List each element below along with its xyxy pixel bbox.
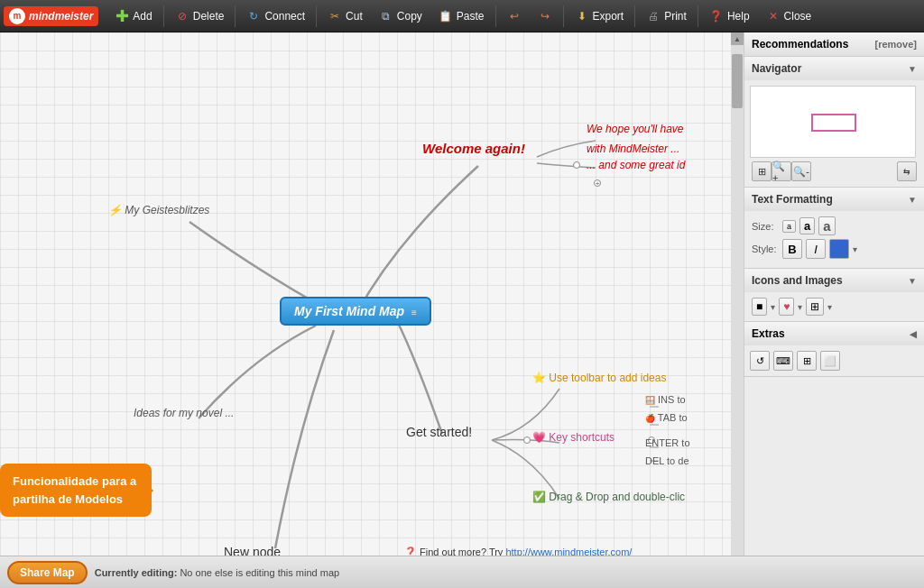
print-label: Print: [664, 10, 687, 23]
tf-large-btn[interactable]: a: [818, 216, 835, 235]
extras-export-btn[interactable]: ⬜: [820, 351, 840, 371]
nav-fit-btn[interactable]: ⊞: [752, 161, 772, 181]
text-formatting-header[interactable]: Text Formatting ▼: [744, 188, 924, 211]
ii-image-arrow[interactable]: ▾: [827, 302, 832, 312]
icons-images-label: Icons and Images: [752, 274, 843, 287]
recommendations-label: Recommendations: [752, 38, 848, 51]
copy-icon: ⧉: [379, 9, 393, 23]
ii-image-btn[interactable]: ⊞: [806, 298, 824, 316]
tab-node: 🍎 TAB to: [645, 412, 688, 423]
editing-label-text: Currently editing:: [95, 567, 178, 578]
cut-icon: ✂: [328, 9, 342, 23]
right-panel: Recommendations [remove] Navigator ▼ ⊞ 🔍…: [744, 32, 924, 588]
navigator-header[interactable]: Navigator ▼: [744, 57, 924, 80]
redo-button[interactable]: ↪: [531, 5, 559, 27]
tf-size-label: Size:: [752, 221, 779, 232]
paste-button[interactable]: 📋 Paste: [431, 5, 492, 27]
ii-heart-arrow[interactable]: ▾: [798, 302, 802, 312]
add-button[interactable]: ✚ Add: [107, 5, 159, 27]
toolbar: m mindmeister ✚ Add ⊘ Delete ↻ Connect ✂…: [0, 0, 924, 32]
geist-node[interactable]: ⚡ My Geistesblitzes: [108, 204, 209, 216]
undo-icon: ↩: [507, 9, 522, 23]
undo-button[interactable]: ↩: [500, 5, 529, 27]
del-node: DEL to de: [645, 455, 689, 466]
ii-heart-btn[interactable]: ♥: [779, 298, 794, 316]
hope2-node[interactable]: with MindMeister ...: [587, 142, 679, 155]
separator3: [316, 5, 317, 27]
tf-color-btn[interactable]: [829, 239, 849, 259]
separator2: [235, 5, 236, 27]
recommendations-header: Recommendations [remove]: [744, 32, 924, 56]
delete-button[interactable]: ⊘ Delete: [168, 5, 232, 27]
enter-node: ENTER to: [645, 437, 690, 448]
connect-icon: ↻: [246, 9, 261, 23]
tf-bold-btn[interactable]: B: [782, 239, 802, 259]
center-node-icon: ≡: [411, 308, 417, 317]
icons-images-section: Icons and Images ▼ ■ ▾ ♥ ▾ ⊞ ▾: [744, 269, 924, 322]
ii-shape-arrow[interactable]: ▾: [771, 302, 775, 312]
connector-circle-started: [523, 436, 531, 444]
center-node[interactable]: My First Mind Map ≡: [280, 297, 431, 326]
close-button[interactable]: ✕ Close: [759, 5, 819, 27]
scroll-track[interactable]: [731, 45, 744, 575]
shortcuts-node[interactable]: 💗 Key shortcuts: [532, 431, 614, 444]
extras-header[interactable]: Extras ◀: [744, 322, 924, 345]
paste-icon: 📋: [439, 9, 453, 23]
paste-label: Paste: [457, 10, 485, 23]
icons-images-header[interactable]: Icons and Images ▼: [744, 269, 924, 292]
hope-node[interactable]: We hope you'll have: [587, 123, 683, 135]
tf-color-arrow[interactable]: ▾: [853, 244, 857, 254]
welcome-node[interactable]: Welcome again!: [422, 141, 525, 156]
nav-preview[interactable]: [750, 86, 916, 158]
mind-map-canvas[interactable]: My First Mind Map ≡ Welcome again! + We …: [0, 32, 731, 588]
tf-italic-btn[interactable]: I: [806, 239, 826, 259]
ins-node: 🪟 INS to: [645, 394, 686, 405]
copy-button[interactable]: ⧉ Copy: [372, 5, 430, 27]
tf-size-row: Size: a a a: [752, 216, 917, 235]
started-node[interactable]: Get started!: [406, 425, 472, 439]
extras-label: Extras: [752, 327, 785, 340]
ideas-node[interactable]: Ideas for my novel ...: [134, 407, 234, 419]
nav-viewport-rect: [811, 114, 856, 132]
cut-label: Cut: [346, 10, 363, 23]
nav-zoom-out-btn[interactable]: 🔍-: [791, 161, 811, 181]
scroll-thumb[interactable]: [732, 54, 743, 108]
separator5: [563, 5, 564, 27]
great-node[interactable]: ... and some great id: [587, 159, 685, 171]
export-button[interactable]: ⬇ Export: [568, 5, 632, 27]
extras-keyboard-btn[interactable]: ⌨: [773, 351, 793, 371]
separator7: [698, 5, 698, 27]
delete-label: Delete: [193, 10, 225, 23]
extras-content: ↺ ⌨ ⊞ ⬜: [744, 345, 924, 376]
close-label: Close: [784, 10, 812, 23]
separator6: [634, 5, 635, 27]
share-map-button[interactable]: Share Map: [7, 561, 88, 584]
tf-medium-btn[interactable]: a: [799, 217, 815, 234]
extras-history-btn[interactable]: ↺: [750, 351, 770, 371]
ii-shape-btn[interactable]: ■: [752, 298, 767, 316]
print-button[interactable]: 🖨 Print: [639, 5, 694, 27]
main-area: My First Mind Map ≡ Welcome again! + We …: [0, 32, 924, 588]
navigator-label: Navigator: [752, 62, 801, 75]
connect-label: Connect: [264, 10, 305, 23]
tf-small-btn[interactable]: a: [782, 220, 796, 233]
redo-icon: ↪: [538, 9, 552, 23]
ii-arrow: ▼: [908, 276, 917, 286]
cut-button[interactable]: ✂ Cut: [320, 5, 370, 27]
extras-grid-btn[interactable]: ⊞: [797, 351, 817, 371]
connector-circle-plus: +: [594, 179, 601, 187]
export-label: Export: [593, 10, 624, 23]
tf-style-label: Style:: [752, 243, 779, 254]
connect-button[interactable]: ↻ Connect: [239, 5, 312, 27]
separator4: [495, 5, 496, 27]
editing-status-text: No one else is editing this mind map: [180, 567, 339, 578]
scroll-up-btn[interactable]: ▲: [731, 32, 744, 45]
remove-link[interactable]: [remove]: [875, 39, 917, 50]
extras-arrow[interactable]: ◀: [910, 329, 917, 339]
copy-label: Copy: [397, 10, 422, 23]
nav-reset-btn[interactable]: ⇆: [897, 161, 917, 181]
vertical-scrollbar[interactable]: ▲ ▼: [731, 32, 744, 588]
export-icon: ⬇: [575, 9, 589, 23]
nav-zoom-in-btn[interactable]: 🔍+: [772, 161, 791, 181]
help-button[interactable]: ❓ Help: [702, 5, 757, 27]
